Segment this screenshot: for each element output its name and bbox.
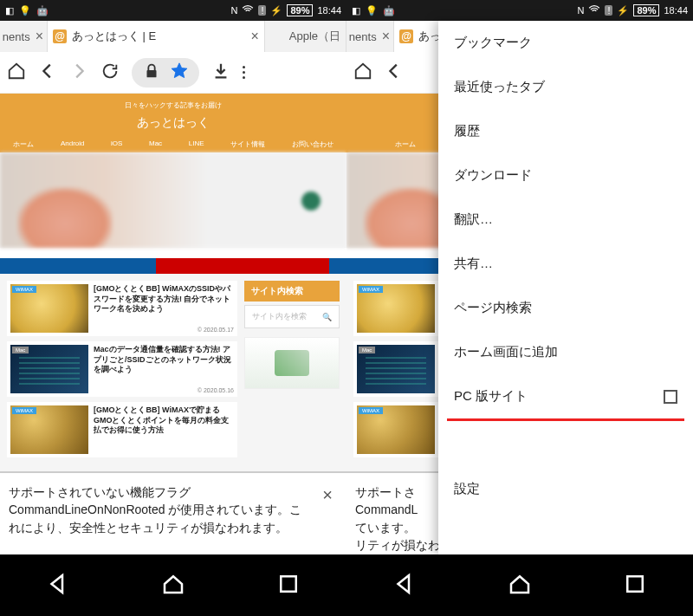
url-pill[interactable] (132, 58, 199, 88)
article-card[interactable]: Mac Macのデータ通信量を確認する方法! アプリごと/SSIDごとのネットワ… (7, 341, 237, 397)
menu-history[interactable]: 履歴 (438, 109, 693, 153)
tab-apple[interactable]: Apple（日 (265, 21, 346, 52)
android-icon: 🤖 (36, 5, 49, 16)
charging-icon: ⚡ (270, 5, 282, 16)
system-recents[interactable] (275, 571, 301, 600)
search-header: サイト内検索 (244, 281, 340, 302)
clock: 18:44 (664, 5, 688, 16)
tab-active[interactable]: @ あっとはっく | E × (48, 21, 265, 52)
menu-find[interactable]: ページ内検索 (438, 286, 693, 330)
menu-downloads[interactable]: ダウンロード (438, 153, 693, 198)
forward-button (69, 62, 88, 84)
status-bar: ◧ 💡 🤖 N ! ⚡ 89% 18:44 (346, 0, 693, 21)
home-button[interactable] (353, 62, 372, 84)
notification-icon: ◧ (352, 5, 360, 16)
home-button[interactable] (7, 62, 26, 84)
bulb-icon: 💡 (366, 5, 378, 16)
menu-recent-tabs[interactable]: 最近使ったタブ (438, 65, 693, 109)
favicon-athack: @ (399, 29, 413, 43)
download-button[interactable] (211, 62, 230, 84)
menu-add-home[interactable]: ホーム画面に追加 (438, 330, 693, 374)
close-icon[interactable]: × (382, 29, 390, 44)
warning-snackbar: サポートされていない機能フラグ CommandLineOnNonRooted が… (0, 471, 346, 554)
highlight-underline (447, 418, 684, 421)
system-home[interactable] (507, 571, 533, 600)
menu-settings[interactable]: 設定 (438, 423, 693, 554)
svg-rect-2 (628, 576, 644, 592)
site-header: 日々をハックする記事をお届け あっとはっく ホーム Android iOS Ma… (0, 94, 346, 152)
menu-share[interactable]: 共有… (438, 242, 693, 286)
reload-button[interactable] (100, 62, 120, 84)
page-content: 日々をハックする記事をお届け あっとはっく ホーム Android iOS Ma… (0, 94, 346, 554)
tab-title: あっとはっく | E (72, 29, 245, 44)
checkbox-icon[interactable] (664, 390, 677, 404)
system-back[interactable] (45, 571, 71, 600)
close-icon[interactable]: × (317, 483, 338, 507)
close-icon[interactable]: × (36, 29, 43, 44)
overflow-menu: ブックマーク 最近使ったタブ 履歴 ダウンロード 翻訳… 共有… ページ内検索 … (438, 21, 693, 554)
menu-bookmarks[interactable]: ブックマーク (438, 21, 693, 65)
bulb-icon: 💡 (19, 5, 31, 16)
back-button[interactable] (38, 62, 57, 84)
back-button[interactable] (385, 62, 404, 84)
system-recents[interactable] (622, 571, 648, 600)
notification-icon: ◧ (5, 5, 14, 16)
apple-icon (270, 29, 284, 43)
toolbar (0, 52, 346, 94)
article-card[interactable]: WiMAX [GMOとくとくBB] WiMAXのSSIDやパスワードを変更する方… (7, 281, 237, 336)
search-icon: 🔍 (322, 313, 332, 321)
phone-left: ◧ 💡 🤖 N ! ⚡ 89% 18:44 nents × @ あっとはっく |… (0, 0, 346, 554)
close-icon[interactable]: × (250, 29, 258, 44)
clock: 18:44 (317, 5, 341, 16)
tab-partial-left[interactable]: nents × (0, 21, 48, 52)
lock-icon (142, 62, 161, 84)
tab-partial-left[interactable]: nents × (346, 21, 394, 52)
svg-rect-1 (282, 576, 297, 592)
menu-button[interactable] (243, 66, 245, 79)
snackbar-text: サポートされていない機能フラグ CommandLineOnNonRooted が… (9, 483, 310, 536)
card-thumb: WiMAX (10, 284, 88, 333)
status-bar: ◧ 💡 🤖 N ! ⚡ 89% 18:44 (0, 0, 346, 21)
system-nav (0, 554, 693, 616)
svg-rect-0 (147, 70, 157, 77)
menu-translate[interactable]: 翻訳… (438, 198, 693, 242)
charging-icon: ⚡ (617, 5, 629, 16)
hero-banner[interactable] (0, 152, 346, 248)
card-thumb: WiMAX (10, 405, 88, 454)
battery-level: 89% (633, 4, 659, 16)
system-home[interactable] (160, 571, 186, 600)
system-back[interactable] (392, 571, 418, 600)
tabstrip: nents × @ あっとはっく | E × Apple（日 (0, 21, 346, 52)
search-input[interactable]: サイト内を検索 🔍 (244, 305, 340, 328)
menu-desktop-site[interactable]: PC 版サイト (438, 374, 693, 418)
bookmark-star-icon[interactable] (170, 62, 189, 84)
favicon-athack: @ (53, 29, 67, 43)
card-thumb: Mac (10, 345, 88, 393)
article-card[interactable]: WiMAX [GMOとくとくBB] WiMAXで貯まるGMOとくとくポイントを毎… (7, 402, 237, 457)
sidebar-widget (244, 337, 340, 389)
wifi-icon (588, 3, 600, 17)
nfc-icon: N (230, 5, 237, 16)
warn-icon: ! (605, 5, 612, 16)
site-nav: ホーム Android iOS Mac LINE サイト情報 お問い合わせ (0, 139, 346, 152)
nfc-icon: N (577, 5, 584, 16)
phone-right: ◧ 💡 🤖 N ! ⚡ 89% 18:44 nents × @ あっとはっく |… (346, 0, 693, 554)
warn-icon: ! (258, 5, 266, 16)
android-icon: 🤖 (383, 5, 395, 16)
wifi-icon (242, 3, 254, 17)
color-bar (0, 258, 346, 274)
battery-level: 89% (287, 4, 313, 16)
